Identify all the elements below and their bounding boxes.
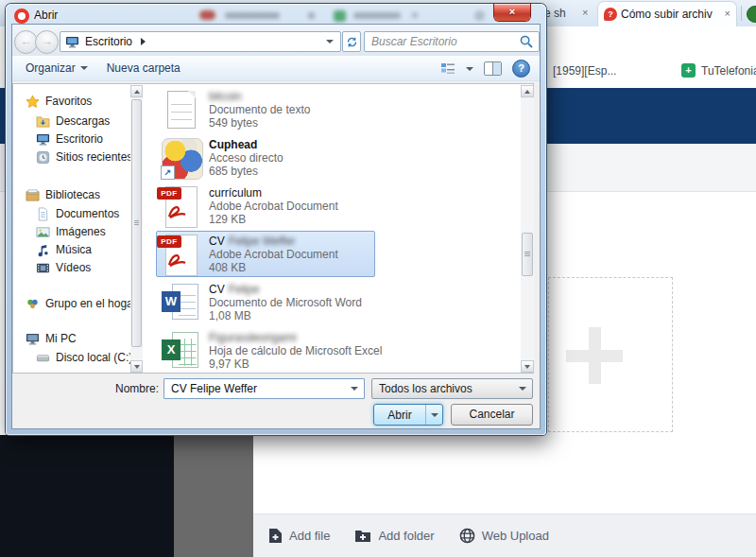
desktop-icon bbox=[36, 132, 50, 147]
sidebar-item-bibliotecas[interactable]: Bibliotecas bbox=[26, 186, 100, 203]
file-type: Hoja de cálculo de Microsoft Excel bbox=[209, 344, 382, 357]
downloads-folder-icon bbox=[36, 114, 50, 129]
glass-blur-blob bbox=[412, 12, 418, 18]
add-folder-button[interactable]: Add folder bbox=[354, 529, 434, 543]
disk-drive-icon bbox=[36, 351, 50, 365]
tab-close-icon[interactable]: × bbox=[725, 8, 730, 19]
excel-letter: X bbox=[162, 339, 180, 360]
file-size: 408 KB bbox=[209, 261, 338, 274]
sidebar-label: Grupo en el hogar bbox=[45, 297, 137, 310]
add-file-icon bbox=[268, 528, 283, 544]
sidebar-item-disco-local[interactable]: Disco local (C:) bbox=[36, 349, 132, 366]
add-folder-icon bbox=[354, 529, 371, 543]
recent-places-icon bbox=[36, 150, 50, 165]
organize-label: Organizar bbox=[26, 61, 76, 75]
page-gray-column bbox=[174, 435, 253, 557]
cancel-button[interactable]: Cancelar bbox=[451, 404, 533, 426]
address-dropdown-icon[interactable] bbox=[326, 40, 334, 44]
sidebar-item-documentos[interactable]: Documentos bbox=[36, 205, 119, 222]
file-type: Documento de texto bbox=[209, 103, 310, 116]
sidebar-item-favoritos[interactable]: Favoritos bbox=[26, 93, 92, 110]
add-file-button[interactable]: Add file bbox=[268, 528, 330, 544]
tab-partial[interactable]: e sh bbox=[544, 7, 566, 20]
help-button[interactable]: ? bbox=[512, 60, 530, 78]
sidebar-item-imagenes[interactable]: Imágenes bbox=[36, 223, 106, 240]
documents-icon bbox=[36, 207, 50, 221]
file-size: 1,08 MB bbox=[209, 309, 362, 322]
file-row[interactable]: W CVFelipe Documento de Microsoft Word 1… bbox=[157, 279, 362, 325]
tab-close-icon[interactable]: × bbox=[582, 7, 588, 18]
file-row[interactable]: ↗ Cuphead Acceso directo 685 bytes bbox=[157, 134, 284, 181]
glass-blur-blob bbox=[334, 10, 346, 22]
web-upload-button[interactable]: Web Upload bbox=[459, 528, 549, 544]
file-text: CVFelipe Weffer Adobe Acrobat Document 4… bbox=[209, 235, 338, 274]
views-caret-icon[interactable] bbox=[466, 67, 473, 71]
scroll-up-icon[interactable] bbox=[130, 85, 143, 97]
sidebar-item-mi-pc[interactable]: Mi PC bbox=[26, 330, 77, 347]
dialog-title: Abrir bbox=[34, 9, 58, 22]
open-button-label: Abrir bbox=[374, 409, 425, 422]
sidebar-item-escritorio[interactable]: Escritorio bbox=[36, 131, 103, 148]
open-split-dropdown[interactable] bbox=[425, 405, 442, 425]
tab-active[interactable]: ? Cómo subir archiv × bbox=[597, 1, 737, 26]
scrollbar-thumb[interactable] bbox=[131, 99, 142, 347]
bookmark-item[interactable]: TuTelefonia.com -... bbox=[701, 64, 756, 78]
views-icon[interactable] bbox=[440, 62, 455, 76]
sidebar-item-videos[interactable]: Vídeos bbox=[36, 259, 91, 276]
file-text: CVFelipe Documento de Microsoft Word 1,0… bbox=[209, 283, 362, 322]
open-file-dialog: Abrir × ← → Escritorio bbox=[6, 4, 546, 435]
file-browser-panel: Favoritos Descargas Escritorio Sitios re… bbox=[12, 83, 534, 374]
tab-separator bbox=[741, 6, 742, 21]
sidebar-item-grupo-hogar[interactable]: Grupo en el hogar bbox=[26, 295, 137, 312]
search-input[interactable]: Buscar Escritorio bbox=[364, 31, 540, 52]
file-row[interactable]: bitcoin Documento de texto 549 bytes bbox=[157, 86, 310, 132]
file-type: Adobe Acrobat Document bbox=[209, 200, 338, 213]
new-folder-button[interactable]: Nueva carpeta bbox=[107, 61, 180, 75]
breadcrumb-location[interactable]: Escritorio bbox=[85, 35, 132, 48]
desktop-icon bbox=[65, 36, 79, 48]
globe-icon bbox=[459, 528, 475, 544]
filename-input[interactable]: CV Felipe Weffer bbox=[163, 378, 365, 399]
organize-menu-button[interactable]: Organizar bbox=[26, 61, 88, 75]
scroll-up-icon[interactable] bbox=[521, 85, 534, 97]
sidebar-label: Mi PC bbox=[45, 332, 77, 345]
search-icon[interactable] bbox=[520, 35, 533, 48]
sidebar-item-descargas[interactable]: Descargas bbox=[36, 113, 110, 130]
filelist-scrollbar[interactable] bbox=[521, 85, 534, 373]
music-icon bbox=[36, 243, 50, 257]
bookmark-item[interactable]: [1959][Esp... bbox=[553, 64, 616, 78]
file-name-part: CV bbox=[209, 283, 225, 296]
file-size: 685 bytes bbox=[209, 165, 284, 178]
filetype-select[interactable]: Todos los archivos bbox=[371, 378, 533, 399]
sidebar-item-musica[interactable]: Música bbox=[36, 241, 92, 258]
refresh-button[interactable] bbox=[342, 31, 361, 52]
sidebar-scrollbar[interactable] bbox=[130, 85, 143, 373]
web-upload-label: Web Upload bbox=[482, 529, 549, 543]
filename-dropdown-icon[interactable] bbox=[351, 387, 358, 391]
dialog-close-button[interactable]: × bbox=[494, 4, 530, 21]
preview-pane-icon[interactable] bbox=[484, 61, 502, 76]
refresh-icon bbox=[346, 36, 358, 48]
videos-icon bbox=[36, 261, 50, 275]
file-row[interactable]: PDF currículum Adobe Acrobat Document 12… bbox=[157, 183, 338, 229]
app-sidebar-dark: LOGOUT bbox=[0, 435, 174, 557]
computer-icon bbox=[26, 332, 40, 346]
file-row-selected[interactable]: PDF CVFelipe Weffer Adobe Acrobat Docume… bbox=[156, 231, 375, 277]
scrollbar-thumb[interactable] bbox=[522, 233, 533, 276]
file-name-part: Cuphead bbox=[209, 138, 257, 151]
add-folder-label: Add folder bbox=[378, 529, 434, 543]
forward-button[interactable]: → bbox=[35, 30, 59, 54]
scroll-down-icon[interactable] bbox=[130, 360, 143, 373]
scroll-down-icon[interactable] bbox=[521, 360, 534, 373]
sidebar-item-sitios-recientes[interactable]: Sitios recientes bbox=[36, 148, 132, 165]
file-text: bitcoin Documento de texto 549 bytes bbox=[209, 90, 310, 130]
word-letter: W bbox=[162, 291, 180, 312]
open-button[interactable]: Abrir bbox=[373, 404, 443, 426]
text-file-icon bbox=[161, 88, 202, 131]
glass-blur-blob bbox=[353, 12, 401, 19]
address-bar[interactable]: Escritorio bbox=[60, 31, 341, 52]
pdf-file-icon: PDF bbox=[161, 233, 202, 276]
glass-blur-blob bbox=[199, 10, 215, 20]
file-name-censored: Felipe Weffer bbox=[229, 235, 296, 248]
file-row[interactable]: X Figurasdeorigami Hoja de cálculo de Mi… bbox=[157, 327, 382, 374]
